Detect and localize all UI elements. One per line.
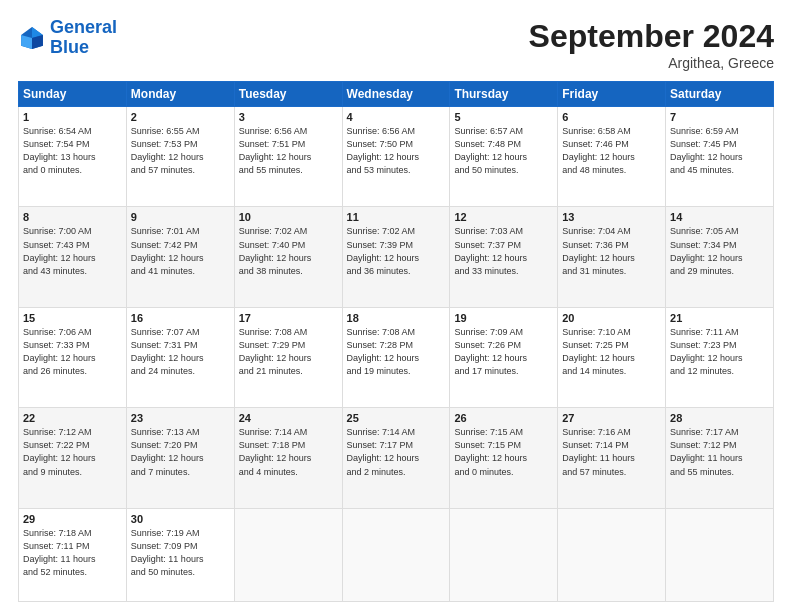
day-info: Sunrise: 7:14 AM Sunset: 7:18 PM Dayligh… [239, 426, 338, 478]
calendar-day-cell: 1Sunrise: 6:54 AM Sunset: 7:54 PM Daylig… [19, 107, 127, 207]
calendar-day-cell [342, 508, 450, 601]
calendar-day-cell: 10Sunrise: 7:02 AM Sunset: 7:40 PM Dayli… [234, 207, 342, 307]
day-number: 22 [23, 412, 122, 424]
day-info: Sunrise: 7:04 AM Sunset: 7:36 PM Dayligh… [562, 225, 661, 277]
calendar-week-row: 29Sunrise: 7:18 AM Sunset: 7:11 PM Dayli… [19, 508, 774, 601]
page: General Blue September 2024 Argithea, Gr… [0, 0, 792, 612]
month-title: September 2024 [529, 18, 774, 55]
day-info: Sunrise: 7:14 AM Sunset: 7:17 PM Dayligh… [347, 426, 446, 478]
day-number: 19 [454, 312, 553, 324]
day-info: Sunrise: 7:17 AM Sunset: 7:12 PM Dayligh… [670, 426, 769, 478]
calendar-day-cell: 30Sunrise: 7:19 AM Sunset: 7:09 PM Dayli… [126, 508, 234, 601]
location-subtitle: Argithea, Greece [529, 55, 774, 71]
day-number: 21 [670, 312, 769, 324]
calendar-day-cell [234, 508, 342, 601]
day-number: 18 [347, 312, 446, 324]
day-number: 16 [131, 312, 230, 324]
day-number: 9 [131, 211, 230, 223]
day-number: 23 [131, 412, 230, 424]
day-number: 8 [23, 211, 122, 223]
day-info: Sunrise: 7:09 AM Sunset: 7:26 PM Dayligh… [454, 326, 553, 378]
weekday-header-row: SundayMondayTuesdayWednesdayThursdayFrid… [19, 82, 774, 107]
day-info: Sunrise: 6:56 AM Sunset: 7:50 PM Dayligh… [347, 125, 446, 177]
header: General Blue September 2024 Argithea, Gr… [18, 18, 774, 71]
title-block: September 2024 Argithea, Greece [529, 18, 774, 71]
calendar-day-cell [666, 508, 774, 601]
logo-general: General [50, 17, 117, 37]
calendar-week-row: 8Sunrise: 7:00 AM Sunset: 7:43 PM Daylig… [19, 207, 774, 307]
calendar-day-cell: 7Sunrise: 6:59 AM Sunset: 7:45 PM Daylig… [666, 107, 774, 207]
day-number: 29 [23, 513, 122, 525]
day-info: Sunrise: 7:12 AM Sunset: 7:22 PM Dayligh… [23, 426, 122, 478]
day-number: 15 [23, 312, 122, 324]
day-number: 3 [239, 111, 338, 123]
day-number: 14 [670, 211, 769, 223]
calendar-day-cell: 19Sunrise: 7:09 AM Sunset: 7:26 PM Dayli… [450, 307, 558, 407]
day-number: 17 [239, 312, 338, 324]
day-info: Sunrise: 7:13 AM Sunset: 7:20 PM Dayligh… [131, 426, 230, 478]
calendar-day-cell: 12Sunrise: 7:03 AM Sunset: 7:37 PM Dayli… [450, 207, 558, 307]
day-number: 28 [670, 412, 769, 424]
calendar-day-cell: 28Sunrise: 7:17 AM Sunset: 7:12 PM Dayli… [666, 408, 774, 508]
day-number: 24 [239, 412, 338, 424]
calendar-day-cell: 16Sunrise: 7:07 AM Sunset: 7:31 PM Dayli… [126, 307, 234, 407]
day-number: 13 [562, 211, 661, 223]
weekday-header: Sunday [19, 82, 127, 107]
calendar-day-cell: 25Sunrise: 7:14 AM Sunset: 7:17 PM Dayli… [342, 408, 450, 508]
calendar-day-cell: 26Sunrise: 7:15 AM Sunset: 7:15 PM Dayli… [450, 408, 558, 508]
calendar-day-cell: 5Sunrise: 6:57 AM Sunset: 7:48 PM Daylig… [450, 107, 558, 207]
day-info: Sunrise: 7:16 AM Sunset: 7:14 PM Dayligh… [562, 426, 661, 478]
day-number: 27 [562, 412, 661, 424]
day-info: Sunrise: 7:07 AM Sunset: 7:31 PM Dayligh… [131, 326, 230, 378]
day-info: Sunrise: 7:08 AM Sunset: 7:29 PM Dayligh… [239, 326, 338, 378]
calendar-day-cell: 20Sunrise: 7:10 AM Sunset: 7:25 PM Dayli… [558, 307, 666, 407]
calendar-day-cell: 27Sunrise: 7:16 AM Sunset: 7:14 PM Dayli… [558, 408, 666, 508]
calendar-day-cell: 17Sunrise: 7:08 AM Sunset: 7:29 PM Dayli… [234, 307, 342, 407]
day-info: Sunrise: 7:05 AM Sunset: 7:34 PM Dayligh… [670, 225, 769, 277]
day-info: Sunrise: 7:02 AM Sunset: 7:40 PM Dayligh… [239, 225, 338, 277]
day-info: Sunrise: 6:56 AM Sunset: 7:51 PM Dayligh… [239, 125, 338, 177]
calendar-week-row: 22Sunrise: 7:12 AM Sunset: 7:22 PM Dayli… [19, 408, 774, 508]
calendar-day-cell: 2Sunrise: 6:55 AM Sunset: 7:53 PM Daylig… [126, 107, 234, 207]
weekday-header: Monday [126, 82, 234, 107]
calendar-day-cell: 15Sunrise: 7:06 AM Sunset: 7:33 PM Dayli… [19, 307, 127, 407]
day-info: Sunrise: 7:03 AM Sunset: 7:37 PM Dayligh… [454, 225, 553, 277]
day-number: 25 [347, 412, 446, 424]
day-number: 5 [454, 111, 553, 123]
day-info: Sunrise: 7:15 AM Sunset: 7:15 PM Dayligh… [454, 426, 553, 478]
calendar-week-row: 1Sunrise: 6:54 AM Sunset: 7:54 PM Daylig… [19, 107, 774, 207]
day-number: 11 [347, 211, 446, 223]
day-number: 6 [562, 111, 661, 123]
day-info: Sunrise: 7:18 AM Sunset: 7:11 PM Dayligh… [23, 527, 122, 579]
calendar-day-cell: 9Sunrise: 7:01 AM Sunset: 7:42 PM Daylig… [126, 207, 234, 307]
weekday-header: Saturday [666, 82, 774, 107]
day-info: Sunrise: 6:58 AM Sunset: 7:46 PM Dayligh… [562, 125, 661, 177]
day-number: 4 [347, 111, 446, 123]
calendar-day-cell: 23Sunrise: 7:13 AM Sunset: 7:20 PM Dayli… [126, 408, 234, 508]
weekday-header: Thursday [450, 82, 558, 107]
calendar-day-cell: 13Sunrise: 7:04 AM Sunset: 7:36 PM Dayli… [558, 207, 666, 307]
calendar-day-cell [558, 508, 666, 601]
day-info: Sunrise: 6:55 AM Sunset: 7:53 PM Dayligh… [131, 125, 230, 177]
day-number: 1 [23, 111, 122, 123]
day-info: Sunrise: 7:01 AM Sunset: 7:42 PM Dayligh… [131, 225, 230, 277]
day-info: Sunrise: 7:02 AM Sunset: 7:39 PM Dayligh… [347, 225, 446, 277]
calendar-day-cell: 3Sunrise: 6:56 AM Sunset: 7:51 PM Daylig… [234, 107, 342, 207]
day-number: 2 [131, 111, 230, 123]
calendar-day-cell: 18Sunrise: 7:08 AM Sunset: 7:28 PM Dayli… [342, 307, 450, 407]
day-info: Sunrise: 7:06 AM Sunset: 7:33 PM Dayligh… [23, 326, 122, 378]
day-info: Sunrise: 6:57 AM Sunset: 7:48 PM Dayligh… [454, 125, 553, 177]
calendar-day-cell: 22Sunrise: 7:12 AM Sunset: 7:22 PM Dayli… [19, 408, 127, 508]
calendar-day-cell: 11Sunrise: 7:02 AM Sunset: 7:39 PM Dayli… [342, 207, 450, 307]
day-number: 20 [562, 312, 661, 324]
calendar-day-cell: 6Sunrise: 6:58 AM Sunset: 7:46 PM Daylig… [558, 107, 666, 207]
day-info: Sunrise: 6:59 AM Sunset: 7:45 PM Dayligh… [670, 125, 769, 177]
calendar-day-cell: 14Sunrise: 7:05 AM Sunset: 7:34 PM Dayli… [666, 207, 774, 307]
calendar-day-cell: 29Sunrise: 7:18 AM Sunset: 7:11 PM Dayli… [19, 508, 127, 601]
calendar-table: SundayMondayTuesdayWednesdayThursdayFrid… [18, 81, 774, 602]
day-info: Sunrise: 6:54 AM Sunset: 7:54 PM Dayligh… [23, 125, 122, 177]
day-info: Sunrise: 7:00 AM Sunset: 7:43 PM Dayligh… [23, 225, 122, 277]
logo-icon [18, 24, 46, 52]
day-number: 26 [454, 412, 553, 424]
logo-blue: Blue [50, 38, 117, 58]
